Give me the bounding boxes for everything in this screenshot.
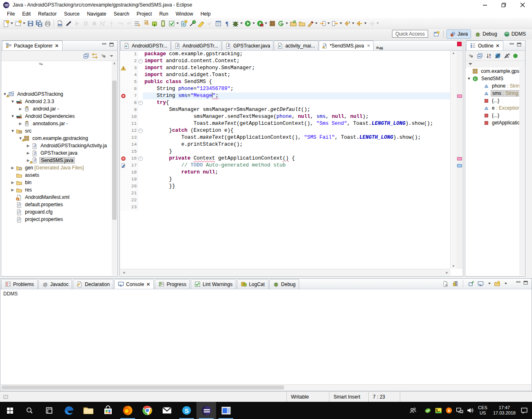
tree-expander-icon[interactable]: ▶ xyxy=(25,144,32,148)
tree-item-androidgpstracking[interactable]: ▼AndroidGPSTracking xyxy=(2,90,112,98)
collapse-all-icon[interactable] xyxy=(83,53,89,59)
dropdown-arrow-icon[interactable] xyxy=(327,23,330,24)
package-explorer-scrollbar[interactable]: ▲ xyxy=(112,61,117,275)
tray-avast-icon[interactable]: a xyxy=(444,402,454,419)
overview-ruler[interactable] xyxy=(456,51,462,269)
tree-item-project-properties[interactable]: project.properties xyxy=(2,216,112,223)
code-text[interactable] xyxy=(143,190,451,197)
open-folder-button[interactable] xyxy=(298,19,306,28)
menu-navigate[interactable]: Navigate xyxy=(83,10,110,18)
code-text[interactable]: import android.content.Context; xyxy=(143,58,451,65)
menu-file[interactable]: File xyxy=(3,10,18,18)
link-with-editor-icon[interactable] xyxy=(92,53,98,59)
dropdown-arrow-icon[interactable] xyxy=(364,23,367,24)
code-line-11[interactable]: 11 Toast.makeText(getApplicationContext(… xyxy=(120,120,451,127)
code-line-1[interactable]: 1package com.example.gpstracking; xyxy=(120,51,451,58)
editor-tab-androidgpstr-[interactable]: JAndroidGPSTr... xyxy=(171,41,221,50)
language-indicator[interactable]: CESUS xyxy=(476,405,490,416)
perspective-ddms[interactable]: DDMS xyxy=(501,30,529,38)
focus-icon[interactable] xyxy=(100,53,106,59)
taskbar-clock[interactable]: 17:4717.03.2018 xyxy=(490,405,519,416)
tree-item-assets[interactable]: assets xyxy=(2,171,112,179)
outline-item-phone[interactable]: phone : String xyxy=(466,82,519,90)
tab-lint-warnings[interactable]: Lint Warnings xyxy=(191,279,236,289)
tab-declaration[interactable]: Declaration xyxy=(73,279,113,289)
dropdown-arrow-icon[interactable] xyxy=(315,23,318,24)
coverage-button[interactable] xyxy=(268,19,277,28)
code-line-2[interactable]: 2−import android.content.Context; xyxy=(120,58,451,65)
tree-item-gen[interactable]: ▶gen [Generated Java Files] xyxy=(2,164,112,171)
restore-button[interactable] xyxy=(494,0,513,10)
tree-item-android-dependencies[interactable]: ▼Android Dependencies xyxy=(2,113,112,120)
taskbar-search-button[interactable] xyxy=(20,402,39,419)
tree-expander-icon[interactable]: ▼ xyxy=(466,77,472,81)
task-marker-icon[interactable] xyxy=(120,162,126,169)
tree-item-src[interactable]: ▼src xyxy=(2,127,112,135)
tree-expander-icon[interactable]: ▶ xyxy=(25,151,32,155)
debug-button[interactable] xyxy=(231,19,243,28)
sort-icon[interactable]: az xyxy=(486,53,492,59)
close-tab-icon[interactable]: ✕ xyxy=(367,43,370,48)
menu-help[interactable]: Help xyxy=(197,10,214,18)
console-output[interactable]: DDMS xyxy=(1,289,531,384)
scroll-lock-button[interactable] xyxy=(452,281,458,287)
dropdown-arrow-icon[interactable] xyxy=(265,23,267,24)
task-overview-marker[interactable] xyxy=(457,164,462,167)
maximize-view-button[interactable] xyxy=(517,43,522,47)
taskbar-edge-button[interactable] xyxy=(59,402,79,419)
hide-fields-icon[interactable] xyxy=(495,53,501,59)
avd-manager-button[interactable] xyxy=(159,19,167,28)
taskbar-explorer-button[interactable] xyxy=(79,402,98,419)
tree-item-proguard-cfg[interactable]: proguard.cfg xyxy=(2,208,112,216)
minimize-view-button[interactable] xyxy=(102,43,107,47)
tree-item-com-example-gpstracking[interactable]: ▼com.example.gpstracking xyxy=(2,135,112,142)
stop-disabled-button[interactable] xyxy=(90,19,99,28)
menu-project[interactable]: Project xyxy=(133,10,156,18)
hide-non-public-icon[interactable] xyxy=(513,53,518,59)
error-overview-marker[interactable] xyxy=(457,157,462,160)
show-whitespace-button[interactable]: ¶ xyxy=(223,19,231,28)
code-line-3[interactable]: 3import android.telephony.SmsManager; xyxy=(120,65,451,72)
code-text[interactable]: Toast.makeText(getApplicationContext(), … xyxy=(143,134,451,141)
menu-refactor[interactable]: Refactor xyxy=(34,10,60,18)
new-android-project-button[interactable]: a xyxy=(180,19,188,28)
binary-console-button[interactable]: 010 xyxy=(56,19,64,28)
tab-javadoc[interactable]: @Javadoc xyxy=(38,279,72,289)
view-menu-icon[interactable] xyxy=(109,53,114,59)
print-button[interactable] xyxy=(43,19,52,28)
junit-button[interactable] xyxy=(167,19,180,28)
back-button[interactable] xyxy=(355,19,367,28)
taskbar-skype-button[interactable]: S xyxy=(177,402,196,419)
tray-volume-icon[interactable] xyxy=(465,402,476,419)
code-text[interactable]: try{ xyxy=(143,99,451,106)
error-marker-icon[interactable] xyxy=(120,92,126,99)
taskbar-chrome-button[interactable] xyxy=(138,402,157,419)
editor-tab--sendsms-java[interactable]: J!*SendSMS.java✕ xyxy=(319,41,374,50)
import-button[interactable] xyxy=(318,19,331,28)
step-into-disabled-button[interactable] xyxy=(107,19,116,28)
code-line-8[interactable]: 8− try{ xyxy=(120,99,451,106)
scroll-up-icon[interactable]: ▲ xyxy=(451,51,456,56)
dropdown-arrow-icon[interactable] xyxy=(252,23,255,24)
external-tools-disabled-button[interactable] xyxy=(205,19,214,28)
tree-item-android-jar-[interactable]: ▶android.jar - xyxy=(2,105,112,113)
open-type-button[interactable] xyxy=(188,19,197,28)
code-line-18[interactable]: 18 return null; xyxy=(120,169,451,176)
perspective-java[interactable]: JJava xyxy=(446,29,471,39)
fold-marker[interactable]: − xyxy=(138,99,143,106)
quick-access-input[interactable]: Quick Access xyxy=(392,30,428,38)
editor-vscrollbar[interactable]: ▲ ▼ xyxy=(450,51,456,269)
taskbar-store-button[interactable] xyxy=(98,402,118,419)
menu-source[interactable]: Source xyxy=(60,10,83,18)
taskbar-mail-button[interactable] xyxy=(157,402,177,419)
trace-button[interactable] xyxy=(64,19,73,28)
mark-occurrences-button[interactable] xyxy=(197,19,205,28)
dropdown-arrow-icon[interactable] xyxy=(505,283,507,284)
fold-marker[interactable]: − xyxy=(138,155,143,162)
taskbar-task-view-button[interactable] xyxy=(39,402,59,419)
minimize-button[interactable] xyxy=(476,0,494,10)
code-line-19[interactable]: 19 } xyxy=(120,176,451,183)
export-button[interactable] xyxy=(331,19,343,28)
scroll-down-icon[interactable]: ▼ xyxy=(451,264,456,269)
menu-edit[interactable]: Edit xyxy=(18,10,34,18)
